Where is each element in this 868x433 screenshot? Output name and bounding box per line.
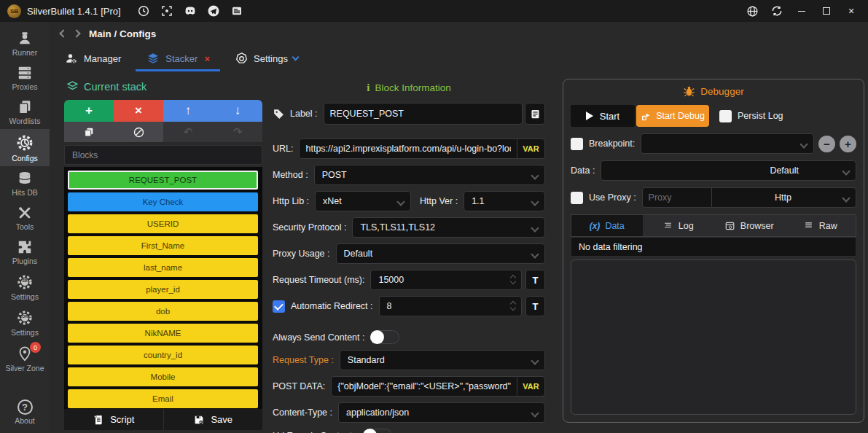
request-type-value: Standard — [348, 355, 385, 365]
timeout-stepper[interactable]: 15000 — [370, 270, 522, 290]
nav-back-icon[interactable] — [59, 29, 67, 37]
block-list: REQUEST_POST Key Check USERID First_Name… — [64, 167, 262, 409]
sync-icon[interactable] — [765, 1, 789, 20]
minimize-button[interactable] — [789, 1, 814, 20]
start-button[interactable]: Start — [571, 105, 635, 127]
automatic-redirect-checkbox[interactable] — [273, 300, 285, 313]
data-select[interactable]: Default — [601, 160, 856, 181]
tab-stacker[interactable]: Stacker × — [146, 45, 210, 71]
sidebar-item-configs[interactable]: Configs — [0, 129, 50, 166]
block-item[interactable]: USERID — [68, 214, 258, 233]
sidebar-item-settings-sb[interactable]: SB Settings — [0, 269, 50, 305]
notes-button[interactable] — [525, 103, 545, 125]
tab-raw[interactable]: Raw — [785, 215, 856, 236]
url-encode-content-toggle[interactable] — [363, 429, 392, 433]
request-type-select[interactable]: Standard — [340, 350, 545, 370]
nav-forward-icon[interactable] — [72, 29, 80, 37]
block-item[interactable]: Email — [68, 389, 258, 408]
capture-icon[interactable] — [157, 3, 176, 19]
url-input[interactable] — [299, 139, 517, 159]
spinner-icon[interactable] — [511, 302, 515, 310]
discord-icon[interactable] — [181, 3, 200, 19]
persist-log-checkbox[interactable] — [719, 110, 732, 122]
remove-breakpoint-button[interactable]: − — [818, 136, 835, 152]
sidebar-item-label: Proxies — [12, 82, 37, 91]
tab-browser[interactable]: Browser — [713, 215, 785, 236]
sidebar-item-about[interactable]: ? About — [0, 395, 50, 429]
redirect-type-button[interactable]: T — [525, 296, 545, 316]
sidebar-item-proxies[interactable]: Proxies — [0, 61, 50, 95]
http-lib-select[interactable]: xNet — [315, 191, 411, 211]
redo-button[interactable]: ↷ — [213, 122, 262, 142]
timeout-type-button[interactable]: T — [525, 270, 545, 290]
delete-block-button[interactable]: × — [114, 100, 163, 122]
block-item[interactable]: First_Name — [68, 236, 258, 255]
debugger-title: Debugger — [700, 86, 743, 97]
duplicate-block-button[interactable] — [64, 122, 114, 142]
redirect-stepper[interactable]: 8 — [379, 296, 522, 316]
add-breakpoint-button[interactable]: + — [840, 136, 856, 152]
sidebar-item-label: Configs — [12, 154, 38, 163]
start-debug-button[interactable]: Start Debug — [636, 105, 709, 127]
block-item[interactable]: last_name — [68, 258, 258, 277]
undo-button[interactable]: ↶ — [163, 122, 213, 142]
add-block-button[interactable]: + — [64, 100, 114, 122]
breakpoint-label: Breakpoint: — [589, 139, 635, 149]
content-type-select[interactable]: application/json — [338, 402, 545, 423]
move-down-button[interactable]: ↓ — [213, 100, 262, 122]
breakpoint-checkbox[interactable] — [571, 138, 583, 150]
post-data-caption: POST DATA: — [273, 381, 325, 391]
tab-raw-label: Raw — [819, 221, 837, 231]
security-protocol-select[interactable]: TLS,TLS11,TLS12 — [352, 217, 545, 238]
post-data-var-button[interactable]: VAR — [517, 376, 545, 397]
blocks-dropdown[interactable]: Blocks — [64, 145, 262, 165]
tab-data[interactable]: (x) Data — [571, 215, 643, 236]
sidebar-item-tools[interactable]: Tools — [0, 200, 50, 235]
http-ver-select[interactable]: 1.1 — [464, 191, 545, 211]
label-input[interactable] — [324, 103, 523, 125]
sidebar-item-runner[interactable]: Runner — [0, 26, 50, 61]
debugger-output-area[interactable] — [571, 260, 856, 415]
script-button[interactable]: Script — [64, 409, 163, 430]
use-proxy-checkbox[interactable] — [571, 192, 583, 204]
block-item[interactable]: REQUEST_POST — [68, 171, 258, 190]
tab-manager[interactable]: Manager — [64, 45, 121, 71]
news-icon[interactable] — [227, 3, 246, 19]
tab-log[interactable]: Log — [643, 215, 714, 236]
method-select[interactable]: POST — [314, 165, 545, 185]
proxy-input[interactable] — [642, 187, 712, 208]
tab-manager-label: Manager — [84, 53, 121, 64]
tab-settings[interactable]: Settings — [235, 45, 298, 71]
block-item[interactable]: Mobile — [68, 367, 258, 386]
sidebar-item-hits-db[interactable]: Hits DB — [0, 166, 50, 200]
proxy-usage-select[interactable]: Default — [336, 243, 545, 264]
telegram-icon[interactable] — [204, 3, 223, 19]
post-data-input[interactable] — [331, 376, 517, 397]
tab-close-icon[interactable]: × — [204, 53, 210, 64]
block-item[interactable]: NikNAME — [68, 324, 258, 343]
block-item[interactable]: dob — [68, 302, 258, 321]
maximize-button[interactable] — [814, 1, 839, 20]
history-icon[interactable] — [134, 3, 153, 19]
close-button[interactable]: × — [839, 1, 864, 20]
sidebar-item-settings-core[interactable]: CORE Settings — [0, 305, 50, 340]
automatic-redirect-caption: Automatic Redirect : — [291, 301, 373, 311]
sidebar-item-silver-zone[interactable]: 0 Silver Zone — [0, 340, 50, 376]
breakpoint-select[interactable] — [641, 133, 814, 154]
always-send-content-toggle[interactable] — [370, 330, 399, 344]
block-item[interactable]: Key Check — [68, 192, 258, 211]
url-var-button[interactable]: VAR — [517, 139, 545, 159]
start-debug-label: Start Debug — [656, 111, 705, 121]
data-filter-select[interactable]: No data filtering — [571, 237, 856, 257]
save-button[interactable]: Save — [163, 409, 263, 430]
breadcrumb: Main / Configs — [89, 28, 156, 39]
block-item[interactable]: player_id — [68, 280, 258, 299]
proxy-type-select[interactable]: Http — [712, 187, 856, 208]
block-item[interactable]: country_id — [68, 346, 258, 364]
move-up-button[interactable]: ↑ — [163, 100, 213, 122]
language-globe-icon[interactable] — [740, 1, 765, 20]
spinner-icon[interactable] — [511, 276, 515, 284]
sidebar-item-plugins[interactable]: Plugins — [0, 235, 50, 269]
disable-block-button[interactable] — [114, 122, 163, 142]
sidebar-item-wordlists[interactable]: Wordlists — [0, 95, 50, 129]
